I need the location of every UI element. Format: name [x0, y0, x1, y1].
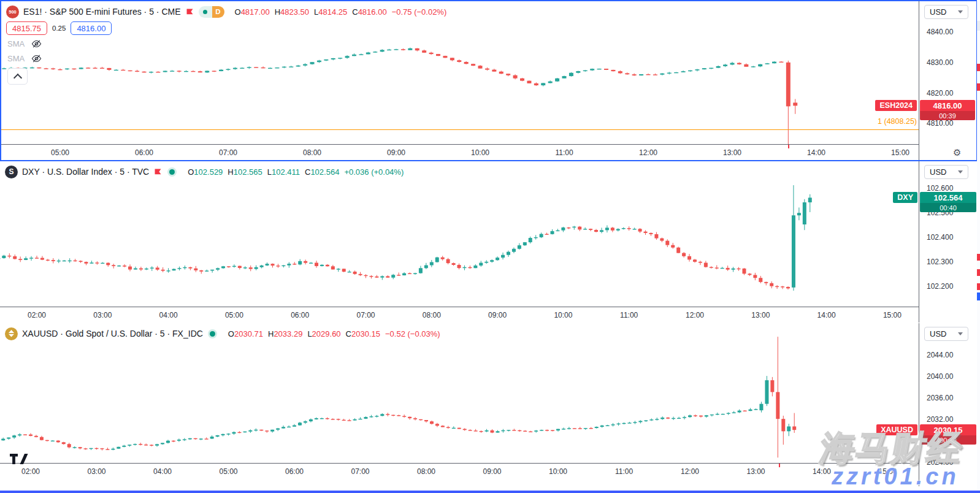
price-tick-label: 2036.00 [927, 394, 953, 402]
bar-countdown: 00:39 [920, 111, 975, 120]
window-edge-mark [977, 83, 980, 91]
time-tick-label: 05:00 [213, 467, 244, 476]
price-scale[interactable]: USD 4816.00 00:39 4840.004830.004820.004… [919, 1, 976, 160]
bar-countdown: 00:40 [920, 203, 976, 212]
indicator-row-sma-1: SMA [7, 39, 42, 49]
window-bottom-edge [0, 491, 980, 493]
window-edge-mark [977, 269, 980, 276]
chevron-down-icon [958, 10, 963, 13]
close-value: 4816.00 [358, 7, 387, 17]
time-tick-label: 14:00 [801, 148, 832, 157]
market-open-dot-icon [169, 169, 175, 175]
chevron-down-icon [958, 332, 963, 335]
ohlc-readout: O2030.71 H2033.29 L2029.60 C2030.15 −0.5… [228, 329, 440, 338]
spread-value: 0.25 [52, 25, 66, 32]
window-edge-mark [977, 292, 980, 300]
time-tick-label: 05:00 [219, 311, 250, 319]
price-scale[interactable]: USD 102.564 00:40 102.600102.500102.4001… [919, 161, 978, 323]
symbol-title[interactable]: ES1! · S&P 500 E-mini Futures · 5 · CME [23, 7, 181, 17]
market-open-dot-icon [203, 10, 207, 14]
time-tick-label: 04:00 [153, 311, 184, 319]
time-tick-label: 06:00 [285, 311, 315, 319]
high-value: 102.565 [234, 167, 262, 177]
time-tick-label: 10:00 [465, 148, 496, 157]
time-tick-label: 12:00 [633, 148, 664, 157]
time-tick-label: 11:00 [609, 467, 640, 476]
chevron-up-icon [13, 73, 21, 82]
time-tick-label: 12:00 [679, 311, 710, 319]
price-tick-label: 2044.00 [927, 351, 953, 359]
price-tick-label: 2040.00 [927, 372, 953, 381]
currency-dropdown[interactable]: USD [924, 5, 968, 19]
collapse-panel-button[interactable] [7, 68, 28, 85]
price-level-line[interactable] [1, 129, 919, 130]
eye-hidden-icon[interactable] [31, 53, 42, 64]
market-open-dot-icon [210, 331, 215, 337]
eye-hidden-icon[interactable] [31, 39, 42, 49]
buy-button[interactable]: 4816.00 [71, 21, 112, 35]
time-axis[interactable]: 02:0003:0004:0005:0006:0007:0008:0009:00… [0, 307, 977, 323]
ohlc-readout: O4817.00 H4823.50 L4814.25 C4816.00 −0.7… [235, 7, 447, 17]
flag-icon[interactable] [185, 7, 194, 17]
es-candlestick-chart[interactable] [1, 1, 919, 144]
time-tick-label: 11:00 [549, 148, 580, 157]
up-down-triangles-icon [8, 330, 15, 337]
current-bar-marker [788, 145, 789, 148]
open-value: 102.529 [194, 167, 223, 177]
time-tick-label: 02:00 [15, 467, 46, 476]
symbol-header: S DXY · U.S. Dollar Index · 5 · TVC O102… [5, 165, 404, 178]
price-tick-label: 102.200 [927, 282, 953, 291]
gold-logo-icon [5, 327, 18, 340]
symbol-header: XAUUSD · Gold Spot / U.S. Dollar · 5 · F… [5, 327, 440, 340]
dxy-logo-icon: S [5, 166, 18, 178]
time-tick-label: 07:00 [213, 148, 243, 157]
price-tick-label: 102.600 [927, 184, 953, 193]
sell-button[interactable]: 4815.75 [6, 21, 47, 35]
price-tick-label: 102.300 [927, 258, 953, 266]
market-status-pill[interactable]: D [199, 6, 224, 18]
xauusd-candlestick-chart[interactable] [0, 324, 919, 463]
time-tick-label: 04:00 [147, 467, 178, 476]
high-value: 4823.50 [280, 7, 309, 17]
tradingview-logo[interactable] [10, 454, 28, 464]
close-value: 102.564 [310, 167, 339, 177]
price-tick-label: 4820.00 [927, 89, 953, 97]
time-tick-label: 10:00 [543, 467, 573, 476]
time-tick-label: 15:00 [877, 311, 908, 319]
change-value: +0.036 (+0.04%) [344, 167, 404, 177]
low-value: 102.411 [272, 167, 300, 177]
window-edge-mark [977, 21, 980, 31]
window-edge-mark [977, 254, 980, 261]
symbol-title[interactable]: XAUUSD · Gold Spot / U.S. Dollar · 5 · F… [22, 329, 203, 338]
time-axis[interactable]: 05:0006:0007:0008:0009:0010:0011:0012:00… [1, 144, 976, 159]
indicator-row-sma-2: SMA [7, 53, 42, 64]
window-edge-mark [977, 283, 980, 290]
low-value: 4814.25 [318, 7, 347, 17]
tradingview-multichart-window: 1 (4808.25) 500 ES1! · S&P 500 E-mini Fu… [0, 0, 980, 493]
gear-settings-icon[interactable]: ⚙ [953, 148, 961, 157]
time-tick-label: 03:00 [82, 467, 112, 476]
open-value: 4817.00 [241, 7, 270, 17]
symbol-title[interactable]: DXY · U.S. Dollar Index · 5 · TVC [22, 167, 149, 177]
time-tick-label: 11:00 [614, 311, 645, 319]
low-value: 2029.60 [312, 329, 341, 338]
flag-icon[interactable] [153, 167, 163, 177]
ohlc-readout: O102.529 H102.565 L102.411 C102.564 +0.0… [188, 167, 404, 177]
price-tick-label: 2032.00 [927, 415, 953, 424]
time-tick-label: 10:00 [548, 311, 578, 319]
time-tick-label: 08:00 [297, 148, 327, 157]
time-tick-label: 05:00 [45, 148, 75, 157]
price-level-label: 1 (4808.25) [878, 117, 917, 126]
time-tick-label: 03:00 [87, 311, 118, 319]
last-price-badge: 102.564 00:40 [920, 192, 976, 212]
change-value: −0.52 (−0.03%) [385, 329, 440, 338]
time-tick-label: 14:00 [811, 311, 842, 319]
currency-dropdown[interactable]: USD [924, 327, 968, 341]
time-tick-label: 09:00 [477, 467, 508, 476]
contract-badge: ESH2024 [875, 100, 917, 111]
dxy-candlestick-chart[interactable] [0, 162, 919, 307]
price-tick-label: 102.400 [927, 233, 953, 242]
time-tick-label: 13:00 [741, 467, 771, 476]
time-tick-label: 07:00 [345, 467, 376, 476]
currency-dropdown[interactable]: USD [924, 165, 968, 179]
